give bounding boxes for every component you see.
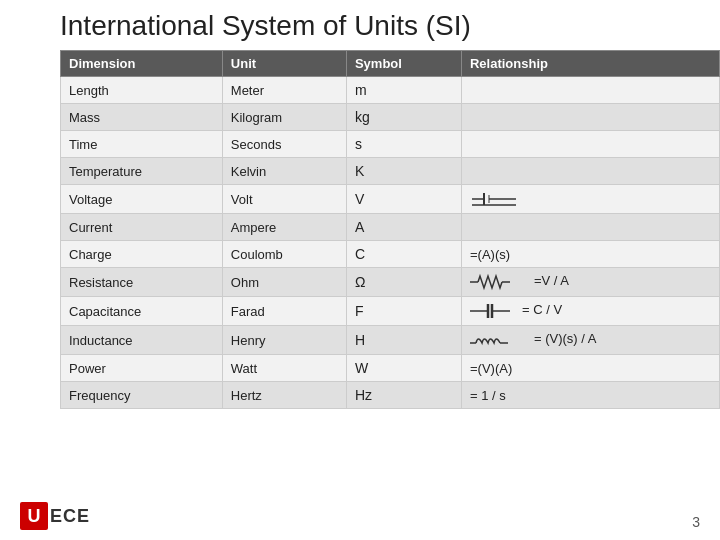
cell-dimension: Charge: [61, 241, 223, 268]
cell-relationship: =(A)(s): [461, 241, 719, 268]
cell-dimension: Capacitance: [61, 297, 223, 326]
table-row: PowerWattW=(V)(A): [61, 355, 720, 382]
cell-symbol: Ω: [346, 268, 461, 297]
cell-symbol: H: [346, 326, 461, 355]
cell-unit: Henry: [222, 326, 346, 355]
cell-symbol: C: [346, 241, 461, 268]
cell-dimension: Mass: [61, 104, 223, 131]
cell-dimension: Resistance: [61, 268, 223, 297]
page-number: 3: [692, 514, 700, 530]
cell-unit: Seconds: [222, 131, 346, 158]
table-row: ChargeCoulombC=(A)(s): [61, 241, 720, 268]
table-row: TimeSecondss: [61, 131, 720, 158]
cell-symbol: kg: [346, 104, 461, 131]
cell-symbol: F: [346, 297, 461, 326]
cell-symbol: W: [346, 355, 461, 382]
table-header-row: Dimension Unit Symbol Relationship: [61, 51, 720, 77]
cell-unit: Volt: [222, 185, 346, 214]
cell-symbol: Hz: [346, 382, 461, 409]
cell-relationship: = (V)(s) / A: [461, 326, 719, 355]
table-row: CurrentAmpereA: [61, 214, 720, 241]
cell-relationship: [461, 77, 719, 104]
cell-symbol: K: [346, 158, 461, 185]
cell-relationship: =V / A: [461, 268, 719, 297]
cell-relationship: = 1 / s: [461, 382, 719, 409]
cell-unit: Meter: [222, 77, 346, 104]
cell-relationship: [461, 131, 719, 158]
cell-unit: Coulomb: [222, 241, 346, 268]
logo-ece: ECE: [50, 506, 90, 527]
cell-dimension: Power: [61, 355, 223, 382]
cell-symbol: s: [346, 131, 461, 158]
cell-dimension: Frequency: [61, 382, 223, 409]
col-header-dimension: Dimension: [61, 51, 223, 77]
cell-unit: Ampere: [222, 214, 346, 241]
cell-unit: Kelvin: [222, 158, 346, 185]
cell-dimension: Current: [61, 214, 223, 241]
cell-unit: Kilogram: [222, 104, 346, 131]
col-header-unit: Unit: [222, 51, 346, 77]
cell-symbol: A: [346, 214, 461, 241]
si-units-table: Dimension Unit Symbol Relationship Lengt…: [60, 50, 720, 409]
cell-dimension: Inductance: [61, 326, 223, 355]
cell-unit: Farad: [222, 297, 346, 326]
cell-relationship: [461, 104, 719, 131]
table-row: LengthMeterm: [61, 77, 720, 104]
cell-dimension: Temperature: [61, 158, 223, 185]
cell-unit: Ohm: [222, 268, 346, 297]
table-row: FrequencyHertzHz= 1 / s: [61, 382, 720, 409]
table-row: ResistanceOhmΩ =V / A: [61, 268, 720, 297]
cell-relationship: [461, 185, 719, 214]
table-wrapper: Dimension Unit Symbol Relationship Lengt…: [60, 50, 690, 409]
col-header-symbol: Symbol: [346, 51, 461, 77]
cell-symbol: m: [346, 77, 461, 104]
table-row: InductanceHenryH = (V)(s) / A: [61, 326, 720, 355]
cell-relationship: [461, 214, 719, 241]
table-row: MassKilogramkg: [61, 104, 720, 131]
table-row: VoltageVoltV: [61, 185, 720, 214]
col-header-relationship: Relationship: [461, 51, 719, 77]
cell-unit: Hertz: [222, 382, 346, 409]
cell-dimension: Length: [61, 77, 223, 104]
cell-symbol: V: [346, 185, 461, 214]
cell-relationship: = C / V: [461, 297, 719, 326]
logo-u: U: [20, 502, 48, 530]
page-container: International System of Units (SI) Dimen…: [0, 0, 720, 540]
page-title: International System of Units (SI): [60, 10, 700, 42]
cell-relationship: =(V)(A): [461, 355, 719, 382]
table-row: CapacitanceFaradF = C / V: [61, 297, 720, 326]
cell-unit: Watt: [222, 355, 346, 382]
cell-dimension: Time: [61, 131, 223, 158]
cell-dimension: Voltage: [61, 185, 223, 214]
cell-relationship: [461, 158, 719, 185]
table-row: TemperatureKelvinK: [61, 158, 720, 185]
logo-area: U ECE: [20, 502, 90, 530]
